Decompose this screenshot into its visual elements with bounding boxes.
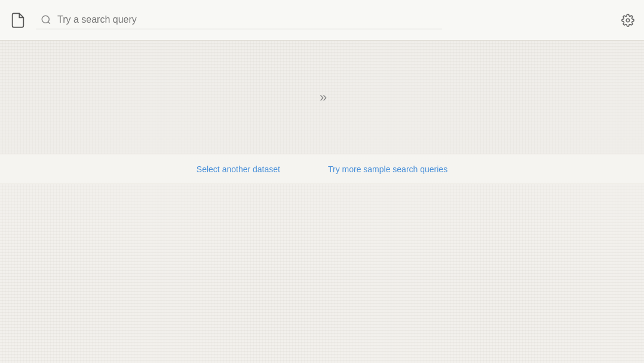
search-bar[interactable]	[36, 11, 442, 29]
svg-line-1	[48, 22, 50, 23]
bottom-section	[0, 184, 644, 363]
document-icon	[10, 12, 26, 29]
main-content: » Select another dataset Try more sample…	[0, 41, 644, 363]
header	[0, 0, 644, 41]
select-another-dataset-link[interactable]: Select another dataset	[197, 164, 280, 174]
links-section: Select another dataset Try more sample s…	[0, 154, 644, 184]
search-input[interactable]	[57, 14, 437, 25]
svg-point-2	[626, 19, 630, 22]
chevron-right-icon: »	[320, 90, 324, 105]
try-more-sample-queries-link[interactable]: Try more sample search queries	[328, 164, 447, 174]
header-right	[621, 14, 634, 27]
search-icon	[41, 14, 51, 25]
top-section: »	[0, 41, 644, 154]
svg-point-0	[42, 16, 49, 23]
header-left	[10, 12, 26, 29]
gear-icon[interactable]	[621, 14, 634, 27]
